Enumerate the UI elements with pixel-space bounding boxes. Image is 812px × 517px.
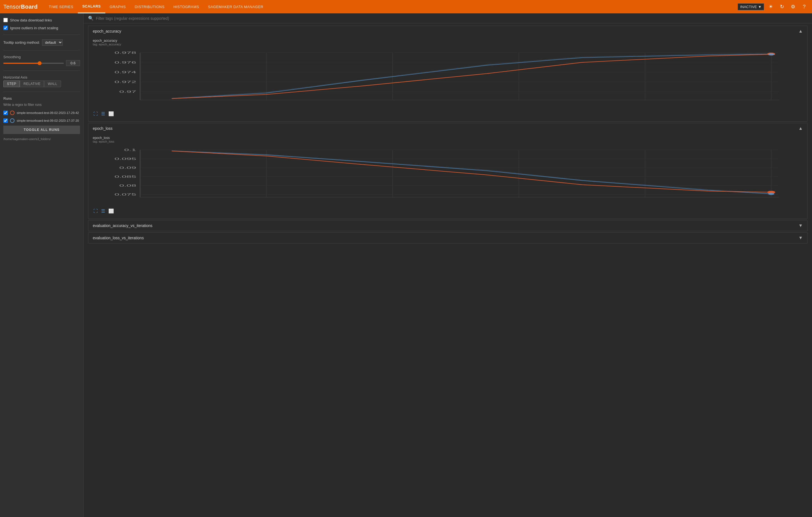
sidebar: Show data download links Ignore outliers… — [0, 13, 84, 517]
toggle-all-runs-button[interactable]: TOGGLE ALL RUNS — [3, 126, 80, 134]
nav-links: TIME SERIES SCALARS GRAPHS DISTRIBUTIONS… — [44, 0, 737, 13]
chart-icons-loss: ⛶ ☰ ⬜ — [93, 208, 803, 214]
list-icon[interactable]: ☰ — [100, 111, 106, 117]
slider-track — [3, 63, 64, 64]
nav-item-histograms[interactable]: HISTOGRAMS — [169, 0, 203, 13]
charts-area: epoch_accuracy ▲ epoch_accuracy tag: epo… — [84, 23, 812, 517]
filter-input[interactable] — [96, 16, 808, 21]
tooltip-row: Tooltip sorting method: default — [3, 39, 80, 46]
nav-right: INACTIVE ▼ ☀ ↻ ⚙ ? — [737, 2, 809, 11]
divider-3 — [3, 70, 80, 71]
runs-section: Runs Write a regex to filter runs simple… — [3, 96, 80, 141]
svg-text:0.974: 0.974 — [115, 70, 136, 74]
theme-toggle-button[interactable]: ☀ — [766, 2, 775, 11]
chart-title-epoch-loss: epoch_loss — [93, 126, 113, 131]
expand-icon-2[interactable]: ⛶ — [93, 208, 98, 214]
chart-section-epoch-accuracy: epoch_accuracy ▲ epoch_accuracy tag: epo… — [88, 26, 808, 122]
nav-item-distributions[interactable]: DISTRIBUTIONS — [130, 0, 169, 13]
chart-icons-accuracy: ⛶ ☰ ⬜ — [93, 111, 803, 117]
chart-section-eval-loss: evaluation_loss_vs_iterations ▼ — [88, 232, 808, 243]
axis-step-button[interactable]: STEP — [3, 81, 20, 87]
run-1-checkbox[interactable] — [3, 111, 8, 115]
chevron-down-icon: ▼ — [799, 223, 803, 228]
search-icon: 🔍 — [88, 16, 94, 21]
divider-4 — [3, 92, 80, 92]
main-layout: Show data download links Ignore outliers… — [0, 13, 812, 517]
chart-body-epoch-loss: epoch_loss tag: epoch_loss — [88, 134, 807, 219]
chart-body-epoch-accuracy: epoch_accuracy tag: epoch_accuracy — [88, 36, 807, 121]
tooltip-select[interactable]: default — [42, 39, 63, 46]
svg-text:0.1: 0.1 — [124, 148, 136, 152]
chart-section-epoch-loss: epoch_loss ▲ epoch_loss tag: epoch_loss — [88, 123, 808, 219]
run-1-name: simple-tensorboard-test-09-02-2023-17-29… — [17, 111, 79, 115]
svg-point-39 — [768, 193, 774, 195]
show-download-checkbox[interactable] — [3, 18, 8, 22]
chart-label-area-2: epoch_loss tag: epoch_loss — [93, 136, 803, 143]
chevron-up-icon: ▲ — [799, 29, 803, 34]
status-select[interactable]: INACTIVE ▼ — [737, 3, 764, 10]
slider-thumb[interactable] — [38, 61, 41, 65]
chart-header-eval-loss[interactable]: evaluation_loss_vs_iterations ▼ — [88, 233, 807, 243]
divider-1 — [3, 34, 80, 35]
svg-text:0.97: 0.97 — [119, 90, 136, 93]
ignore-outliers-row[interactable]: Ignore outliers in chart scaling — [3, 26, 80, 30]
nav-item-graphs[interactable]: GRAPHS — [105, 0, 130, 13]
smoothing-slider-container — [3, 60, 64, 66]
svg-text:0.08: 0.08 — [119, 184, 136, 187]
svg-text:0.085: 0.085 — [115, 175, 136, 178]
main-content: 🔍 epoch_accuracy ▲ epoch_accuracy tag: e… — [84, 13, 812, 517]
top-nav: TensorBoard TIME SERIES SCALARS GRAPHS D… — [0, 0, 812, 13]
svg-text:0.978: 0.978 — [115, 51, 136, 54]
svg-point-18 — [768, 53, 774, 55]
expand-icon[interactable]: ⛶ — [93, 111, 98, 117]
folder-path: /home/sagemaker-user/s3_folders/ — [3, 137, 80, 141]
axis-buttons: STEP RELATIVE WALL — [3, 81, 80, 87]
run-2-dot — [10, 118, 14, 123]
smoothing-input[interactable] — [66, 60, 80, 66]
filter-bar: 🔍 — [84, 13, 812, 23]
axis-section: Horizontal Axis STEP RELATIVE WALL — [3, 75, 80, 87]
chart-canvas-accuracy: 0.978 0.976 0.974 0.972 0.97 — [93, 47, 803, 109]
slider-fill — [3, 63, 39, 64]
nav-item-scalars[interactable]: SCALARS — [78, 0, 105, 13]
run-item-2: simple-tensorboard-test-09-02-2023-17-37… — [3, 118, 80, 123]
smoothing-row — [3, 60, 80, 66]
show-download-row[interactable]: Show data download links — [3, 18, 80, 22]
chart-canvas-loss: 0.1 0.095 0.09 0.085 0.08 0.075 — [93, 144, 803, 206]
list-icon-2[interactable]: ☰ — [100, 208, 106, 214]
run-2-checkbox[interactable] — [3, 118, 8, 123]
image-icon-2[interactable]: ⬜ — [108, 208, 115, 214]
chart-title-eval-accuracy: evaluation_accuracy_vs_iterations — [93, 223, 152, 228]
app-logo: TensorBoard — [3, 4, 38, 10]
chart-title-epoch-accuracy: epoch_accuracy — [93, 29, 121, 33]
help-button[interactable]: ? — [800, 2, 809, 11]
image-icon[interactable]: ⬜ — [108, 111, 115, 117]
chart-header-epoch-accuracy[interactable]: epoch_accuracy ▲ — [88, 26, 807, 36]
chart-header-epoch-loss[interactable]: epoch_loss ▲ — [88, 123, 807, 134]
svg-text:0.976: 0.976 — [115, 61, 136, 64]
svg-text:0.972: 0.972 — [115, 80, 136, 84]
run-item-1: simple-tensorboard-test-09-02-2023-17-29… — [3, 110, 80, 116]
chart-title-eval-loss: evaluation_loss_vs_iterations — [93, 236, 144, 240]
svg-text:0.09: 0.09 — [119, 166, 136, 170]
chevron-down-icon-2: ▼ — [799, 235, 803, 240]
axis-relative-button[interactable]: RELATIVE — [20, 81, 44, 87]
divider-2 — [3, 50, 80, 51]
run-1-dot — [10, 111, 14, 115]
chevron-up-icon-2: ▲ — [799, 126, 803, 131]
smoothing-section: Smoothing — [3, 55, 80, 66]
chart-header-eval-accuracy[interactable]: evaluation_accuracy_vs_iterations ▼ — [88, 220, 807, 231]
axis-wall-button[interactable]: WALL — [44, 81, 61, 87]
run-2-name: simple-tensorboard-test-09-02-2023-17-37… — [17, 119, 79, 123]
svg-text:0.095: 0.095 — [115, 157, 136, 160]
settings-button[interactable]: ⚙ — [789, 2, 798, 11]
chart-label-area-1: epoch_accuracy tag: epoch_accuracy — [93, 39, 803, 46]
refresh-button[interactable]: ↻ — [778, 2, 786, 11]
nav-item-sagemaker[interactable]: SAGEMAKER DATA MANAGER — [204, 0, 268, 13]
chart-section-eval-accuracy: evaluation_accuracy_vs_iterations ▼ — [88, 220, 808, 231]
nav-item-time-series[interactable]: TIME SERIES — [44, 0, 78, 13]
svg-text:0.075: 0.075 — [115, 193, 136, 196]
ignore-outliers-checkbox[interactable] — [3, 26, 8, 30]
